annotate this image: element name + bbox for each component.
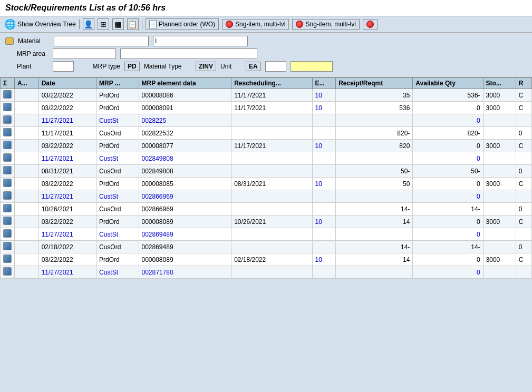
grid-icon-button[interactable]: ▦: [112, 18, 124, 30]
cell-avail: 0: [413, 114, 483, 127]
cell-e[interactable]: 10: [312, 253, 336, 266]
sng-item-extra-button[interactable]: [363, 19, 378, 30]
cell-reschedule: [231, 152, 312, 165]
table-row: 03/22/2022 PrdOrd 000008089 10/26/2021 1…: [1, 215, 532, 228]
col-sto[interactable]: Sto...: [483, 78, 516, 89]
cell-sto: [483, 203, 516, 215]
cell-a: [15, 203, 39, 215]
cell-mrp: PrdOrd: [96, 178, 139, 190]
col-reschedule[interactable]: Rescheduling...: [231, 78, 312, 89]
cell-element[interactable]: 002869489: [139, 228, 231, 241]
table-row: 03/22/2022 PrdOrd 000008085 08/31/2021 1…: [1, 178, 532, 190]
cell-e[interactable]: 10: [312, 89, 336, 102]
table-row: 11/27/2021 CustSt 0028225 0: [1, 114, 532, 127]
cell-date: 03/22/2022: [38, 215, 96, 228]
col-avail[interactable]: Available Qty: [413, 78, 483, 89]
cell-r: C: [516, 89, 531, 102]
cell-receipt: 820: [336, 140, 413, 152]
cell-receipt: 50: [336, 178, 413, 190]
cell-element[interactable]: 0028225: [139, 114, 231, 127]
cell-a: [15, 241, 39, 253]
mrp-area-input[interactable]: [53, 48, 116, 59]
cell-r: 0: [516, 127, 531, 140]
cell-r: C: [516, 178, 531, 190]
cell-icon: [1, 241, 15, 253]
cell-avail: 14-: [413, 203, 483, 215]
cell-element: 002822532: [139, 127, 231, 140]
cell-e[interactable]: 10: [312, 215, 336, 228]
cell-e[interactable]: 10: [312, 140, 336, 152]
mrp-area-input-2[interactable]: [120, 48, 257, 59]
cell-date: 03/22/2022: [38, 140, 96, 152]
sng-item-multi-button-2[interactable]: Sng-item, multi-lvl: [292, 19, 359, 30]
plant-input[interactable]: [53, 61, 74, 72]
cell-date[interactable]: 11/27/2021: [38, 114, 96, 127]
cell-avail: 0: [413, 178, 483, 190]
title-bar: Stock/Requirements List as of 10:56 hrs: [0, 0, 532, 16]
cell-receipt: 14: [336, 253, 413, 266]
col-r[interactable]: R: [516, 78, 531, 89]
page-title: Stock/Requirements List as of 10:56 hrs: [5, 3, 527, 13]
export-icon-button[interactable]: 📋: [127, 18, 139, 30]
cell-a: [15, 228, 39, 241]
cell-a: [15, 178, 39, 190]
cell-e[interactable]: 10: [312, 178, 336, 190]
cell-element: 000008089: [139, 215, 231, 228]
cell-date: 02/18/2022: [38, 241, 96, 253]
cell-date[interactable]: 11/27/2021: [38, 266, 96, 279]
col-mrp[interactable]: MRP ...: [96, 78, 139, 89]
cell-r: C: [516, 102, 531, 114]
material-input-2[interactable]: [153, 36, 248, 46]
plant-row: Plant MRP type PD Material Type ZINV Uni…: [5, 61, 527, 72]
col-e[interactable]: E...: [312, 78, 336, 89]
table-row: 11/17/2021 CusOrd 002822532 820- 820- 0: [1, 127, 532, 140]
material-input[interactable]: [54, 36, 149, 46]
table-row: 11/27/2021 CustSt 002869489 0: [1, 228, 532, 241]
cell-a: [15, 152, 39, 165]
unit-input[interactable]: [265, 61, 286, 72]
cell-date[interactable]: 11/27/2021: [38, 152, 96, 165]
cell-avail: 14-: [413, 241, 483, 253]
show-overview-tree-button[interactable]: 🌐 Show Overview Tree: [4, 18, 76, 30]
person-icon-button[interactable]: 👤: [83, 18, 94, 30]
plant-label: Plant: [17, 63, 49, 70]
cell-date[interactable]: 11/27/2021: [38, 190, 96, 203]
table-row: 03/22/2022 PrdOrd 000008091 11/17/2021 1…: [1, 102, 532, 114]
col-element[interactable]: MRP element data: [139, 78, 231, 89]
cell-e[interactable]: 10: [312, 102, 336, 114]
col-receipt[interactable]: Receipt/Reqmt: [336, 78, 413, 89]
col-a[interactable]: A...: [15, 78, 39, 89]
cell-element[interactable]: 002849808: [139, 152, 231, 165]
cell-sto: [483, 127, 516, 140]
cell-avail: 0: [413, 253, 483, 266]
material-type-badge: ZINV: [196, 62, 216, 71]
planned-order-button[interactable]: 📄 Planned order (WO): [146, 18, 219, 30]
cell-e: [312, 127, 336, 140]
cell-reschedule: [231, 165, 312, 178]
cell-element[interactable]: 002866969: [139, 190, 231, 203]
table-row: 11/27/2021 CustSt 002871780 0: [1, 266, 532, 279]
cell-avail: 0: [413, 102, 483, 114]
cell-avail: 50-: [413, 165, 483, 178]
cell-reschedule: [231, 266, 312, 279]
sng-circle-icon-2: [296, 21, 303, 28]
col-date[interactable]: Date: [38, 78, 96, 89]
cell-avail: 536-: [413, 89, 483, 102]
cell-mrp: PrdOrd: [96, 89, 139, 102]
cell-sto: [483, 228, 516, 241]
cell-avail: 0: [413, 190, 483, 203]
cell-avail: 0: [413, 266, 483, 279]
cell-element[interactable]: 002871780: [139, 266, 231, 279]
cell-date[interactable]: 11/27/2021: [38, 228, 96, 241]
cell-reschedule: 11/17/2021: [231, 102, 312, 114]
cell-sto: 3000: [483, 215, 516, 228]
cell-receipt: 14: [336, 215, 413, 228]
cell-reschedule: [231, 203, 312, 215]
cell-element: 000008086: [139, 89, 231, 102]
cell-avail: 0: [413, 140, 483, 152]
cell-reschedule: 11/17/2021: [231, 140, 312, 152]
cell-date: 03/22/2022: [38, 253, 96, 266]
cell-reschedule: [231, 114, 312, 127]
filter-icon-button[interactable]: ⊞: [98, 18, 109, 30]
sng-item-multi-button-1[interactable]: Sng-item, multi-lvl: [222, 19, 289, 30]
